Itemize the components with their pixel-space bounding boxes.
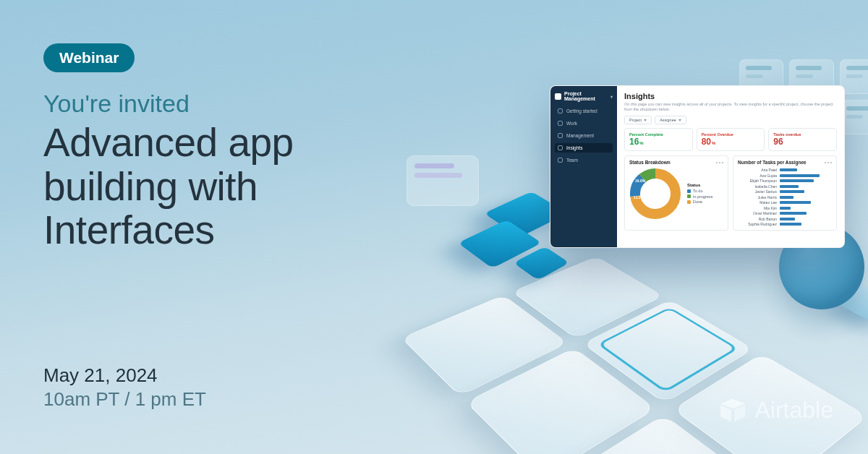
assignee-name: Javier Santos	[738, 189, 777, 194]
sidebar-item-label: Management	[566, 133, 594, 138]
sidebar-item-label: Work	[566, 121, 577, 126]
event-time: 10am PT / 1 pm ET	[43, 388, 206, 411]
assignee-bar	[780, 207, 791, 210]
sidebar-item-insights[interactable]: Insights	[555, 143, 613, 153]
workspace-logo-icon	[555, 93, 561, 100]
invited-line: You're invited	[43, 90, 420, 118]
page-subtitle: On this page you can view insights acros…	[624, 102, 837, 112]
legend-label: In progress	[693, 194, 713, 199]
bar-row: Omar Martinez	[738, 211, 832, 215]
sidebar-item-label: Team	[566, 158, 578, 163]
bar-row: Isabella Chen	[738, 184, 832, 189]
assignee-bar	[780, 179, 814, 182]
sidebar-item-management[interactable]: Management	[555, 131, 613, 140]
kpi-percent-complete: Percent Complete 16%	[624, 128, 693, 151]
nav-icon	[558, 121, 563, 126]
assignee-bar	[780, 190, 804, 193]
legend-label: To do	[693, 189, 702, 193]
legend-swatch	[687, 194, 691, 198]
kpi-tasks-overdue: Tasks overdue 96	[768, 128, 837, 151]
assignee-bar	[780, 168, 797, 171]
legend-swatch	[687, 200, 691, 204]
app-window: Project Management ▾ Getting started Wor…	[550, 85, 845, 248]
bar-row: Javier Santos	[738, 189, 832, 194]
assignee-name: Elijah Thompson	[738, 179, 777, 183]
nav-icon	[558, 108, 563, 113]
chevron-down-icon: ▾	[610, 94, 613, 99]
assignee-name: Mia Kim	[738, 206, 777, 210]
bar-row: Rob Barton	[738, 217, 832, 221]
assignee-bar	[780, 223, 801, 226]
workspace-switcher[interactable]: Project Management ▾	[555, 91, 613, 101]
assignee-name: Mateo Lee	[738, 200, 777, 205]
assignee-bar	[780, 212, 807, 215]
legend-swatch	[687, 189, 691, 193]
sidebar-item-getting-started[interactable]: Getting started	[555, 106, 613, 116]
sidebar-item-label: Getting started	[566, 108, 597, 113]
bar-row: Elijah Thompson	[738, 179, 832, 183]
title-line-1: Advanced app	[43, 120, 294, 165]
assignee-name: Aria Patel	[738, 168, 777, 172]
ghost-mini-card	[407, 155, 479, 206]
bar-row: Sophia Rodriguez	[738, 222, 832, 226]
assignee-bar	[780, 218, 795, 220]
filter-label: Project	[629, 118, 642, 122]
legend-label: Done	[693, 200, 702, 204]
assignee-name: Ava Gupta	[738, 174, 777, 178]
title-line-2: building with	[43, 164, 258, 209]
filter-assignee[interactable]: Assignee	[655, 116, 686, 124]
assignee-name: Rob Barton	[738, 217, 777, 221]
assignee-name: Omar Martinez	[738, 211, 777, 215]
panel-menu-icon[interactable]	[716, 162, 723, 163]
bar-row: Ava Gupta	[738, 174, 832, 178]
bar-row: Mateo Lee	[738, 200, 832, 205]
assignee-bar	[780, 174, 820, 177]
legend-heading: Status	[687, 183, 713, 187]
nav-icon	[558, 145, 563, 150]
legend-item: Done	[687, 200, 713, 204]
status-legend: Status To do In progress Done	[687, 183, 713, 205]
legend-item: In progress	[687, 194, 713, 199]
panel-title: Number of Tasks per Assignee	[738, 160, 807, 165]
hero-illustration: Project Management ▾ Getting started Wor…	[405, 51, 868, 427]
sidebar-item-team[interactable]: Team	[555, 155, 613, 165]
sidebar-item-label: Insights	[566, 145, 582, 150]
nav-icon	[558, 133, 563, 138]
kpi-unit: %	[712, 141, 715, 145]
panel-title: Status Breakdown	[629, 160, 671, 165]
kpi-value: 96	[773, 137, 783, 147]
sidebar-item-work[interactable]: Work	[555, 119, 613, 128]
tasks-per-assignee-panel: Number of Tasks per Assignee Aria PatelA…	[733, 155, 837, 231]
kpi-unit: %	[639, 141, 643, 145]
page-title: Insights	[624, 92, 837, 100]
bar-row: Mia Kim	[738, 206, 832, 210]
assignee-name: Sophia Rodriguez	[738, 222, 777, 226]
panel-menu-icon[interactable]	[825, 162, 832, 163]
assignee-bar	[780, 201, 811, 204]
donut-slice-label: 16.0%	[635, 179, 645, 183]
kpi-value: 80	[702, 137, 711, 147]
title-line-3: Interfaces	[43, 207, 215, 252]
legend-item: To do	[687, 189, 713, 193]
app-main: Insights On this page you can view insig…	[617, 86, 844, 247]
event-date: May 21, 2024	[43, 364, 206, 387]
bar-row: Aria Patel	[738, 168, 832, 172]
nav-icon	[558, 158, 563, 163]
app-sidebar: Project Management ▾ Getting started Wor…	[550, 86, 617, 247]
assignee-bar	[780, 196, 793, 199]
assignee-bar-chart: Aria PatelAva GuptaElijah ThompsonIsabel…	[738, 168, 832, 226]
assignee-bar	[780, 185, 799, 188]
kpi-value: 16	[629, 137, 639, 147]
status-donut-chart: 16.0% 11.0%	[629, 168, 681, 220]
donut-slice-label: 11.0%	[634, 195, 644, 200]
webinar-badge: Webinar	[43, 43, 135, 72]
assignee-name: Isabella Chen	[738, 184, 777, 189]
filter-project[interactable]: Project	[624, 116, 652, 124]
assignee-name: Jules Harris	[738, 195, 777, 200]
kpi-percent-overdue: Percent Overdue 80%	[697, 128, 765, 151]
status-breakdown-panel: Status Breakdown 16.0% 11.0%	[624, 155, 728, 231]
workspace-name: Project Management	[564, 91, 608, 101]
filter-label: Assignee	[660, 118, 676, 122]
bar-row: Jules Harris	[738, 195, 832, 200]
